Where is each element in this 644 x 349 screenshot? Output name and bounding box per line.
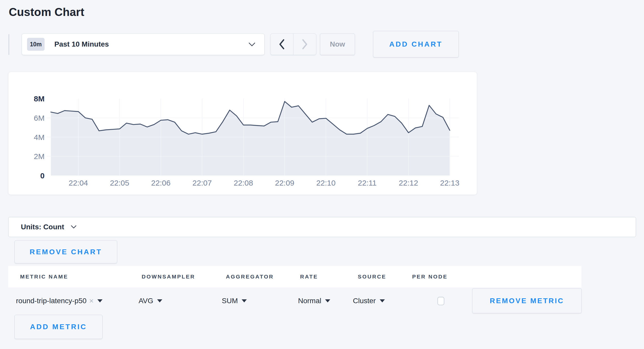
remove-metric-tag-x-icon[interactable]: × (89, 296, 94, 305)
dropdown-caret-icon (242, 299, 247, 302)
y-axis-tick-label: 4M (34, 133, 45, 142)
y-axis-tick-label: 6M (34, 114, 45, 122)
x-axis-tick-label: 22:09 (275, 179, 294, 187)
add-metric-button[interactable]: ADD METRIC (14, 315, 103, 339)
dropdown-caret-icon (380, 299, 385, 302)
source-value: Cluster (353, 297, 376, 305)
col-header-per-node: PER NODE (412, 274, 448, 280)
add-chart-button[interactable]: ADD CHART (373, 31, 459, 57)
downsampler-dropdown[interactable]: AVG (139, 297, 162, 305)
dropdown-caret-icon (157, 299, 162, 302)
y-axis-tick-label: 8M (34, 94, 45, 103)
x-axis-tick-label: 22:11 (358, 179, 377, 187)
col-header-metric-name: METRIC NAME (20, 274, 68, 280)
time-prev-button[interactable] (270, 34, 293, 55)
col-header-downsampler: DOWNSAMPLER (142, 274, 195, 280)
page-title: Custom Chart (9, 6, 84, 19)
chart-card: 02M4M6M8M22:0422:0522:0622:0722:0822:092… (8, 72, 477, 195)
source-dropdown[interactable]: Cluster (353, 297, 385, 305)
col-header-aggregator: AGGREGATOR (226, 274, 274, 280)
x-axis-tick-label: 22:13 (440, 179, 459, 187)
col-header-rate: RATE (300, 274, 318, 280)
x-axis-tick-label: 22:07 (192, 179, 212, 187)
metric-name-dropdown[interactable]: round-trip-latency-p50 × (16, 296, 103, 305)
dropdown-caret-icon (97, 299, 103, 302)
remove-metric-button[interactable]: REMOVE METRIC (472, 288, 582, 313)
chevron-right-icon (301, 39, 308, 50)
x-axis-tick-label: 22:05 (110, 179, 129, 187)
rate-value: Normal (298, 297, 321, 305)
chevron-down-icon (71, 225, 77, 229)
x-axis-tick-label: 22:06 (151, 179, 171, 187)
time-next-button[interactable] (293, 34, 316, 55)
rate-dropdown[interactable]: Normal (298, 297, 330, 305)
chevron-left-icon (278, 39, 285, 50)
chevron-down-icon (248, 42, 256, 47)
downsampler-value: AVG (139, 297, 153, 305)
y-axis-tick-label: 0 (40, 171, 45, 180)
metrics-table-header: METRIC NAME DOWNSAMPLER AGGREGATOR RATE … (8, 266, 581, 287)
x-axis-tick-label: 22:12 (399, 179, 418, 187)
metric-name-value: round-trip-latency-p50 (16, 297, 87, 305)
now-button[interactable]: Now (320, 33, 355, 55)
units-label: Units: Count (21, 223, 64, 231)
y-axis-tick-label: 2M (34, 152, 45, 161)
col-header-source: SOURCE (358, 274, 386, 280)
per-node-checkbox[interactable] (437, 297, 444, 305)
time-range-label: Past 10 Minutes (54, 40, 248, 48)
time-range-badge: 10m (27, 38, 45, 51)
aggregator-dropdown[interactable]: SUM (222, 297, 247, 305)
custom-chart-page: Custom Chart 10m Past 10 Minutes Now ADD… (0, 0, 644, 349)
dropdown-caret-icon (325, 299, 330, 302)
remove-chart-button[interactable]: REMOVE CHART (14, 240, 117, 263)
time-nav-group (270, 33, 316, 55)
x-axis-tick-label: 22:08 (234, 179, 253, 187)
time-range-dropdown[interactable]: 10m Past 10 Minutes (22, 33, 265, 55)
x-axis-tick-label: 22:10 (316, 179, 336, 187)
toolbar-left-divider (9, 34, 9, 55)
latency-area-chart[interactable]: 02M4M6M8M22:0422:0522:0622:0722:0822:092… (9, 72, 477, 195)
units-dropdown[interactable]: Units: Count (8, 217, 636, 237)
x-axis-tick-label: 22:04 (69, 179, 88, 187)
aggregator-value: SUM (222, 297, 238, 305)
